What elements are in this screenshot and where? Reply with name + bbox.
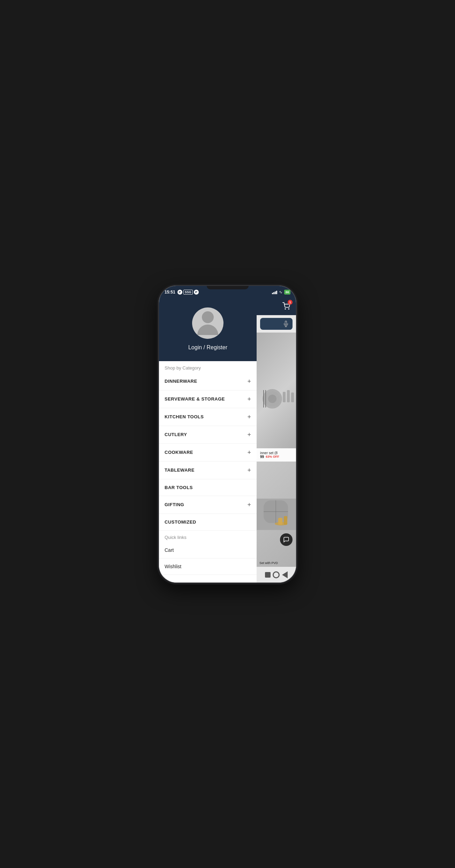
gifting-label: GIFTING [165, 502, 184, 507]
app-background: 1 [257, 297, 296, 583]
product-image-top [257, 345, 296, 449]
svg-rect-17 [278, 518, 282, 525]
shop-by-category-label: Shop by Category [159, 361, 257, 373]
svg-rect-7 [283, 392, 286, 402]
product-price: 99 [260, 455, 264, 459]
tableware-label: TABLEWARE [165, 467, 195, 473]
svg-rect-8 [287, 390, 290, 402]
status-right: ∿ 66 [272, 290, 290, 295]
product-price-row: 99 63% OFF [260, 455, 293, 459]
bottom-navigation [257, 567, 296, 583]
phone-frame: 15:51 P SSG P ∿ 66 [159, 286, 296, 583]
svg-point-6 [268, 395, 276, 403]
svg-point-0 [285, 309, 286, 309]
expand-icon-gifting: + [247, 502, 251, 508]
wifi-icon: ∿ [279, 290, 282, 295]
sidebar-item-wishlist[interactable]: Wishlist [159, 558, 257, 575]
cart-badge: 1 [288, 300, 293, 305]
sidebar-item-customized[interactable]: CUSTOMIZED [159, 514, 257, 531]
avatar-shoulders [197, 325, 218, 335]
search-bar[interactable] [260, 318, 293, 330]
sidebar-item-dinnerware[interactable]: DINNERWARE + [159, 373, 257, 390]
expand-icon-cookware: + [247, 449, 251, 456]
signal-bar-3 [275, 291, 276, 294]
cutlery-label: CUTLERY [165, 432, 187, 437]
phone-screen: 15:51 P SSG P ∿ 66 [159, 286, 296, 583]
product-info-overlay-top: inner set (8 99 63% OFF [257, 448, 296, 462]
sidebar-item-bar-tools[interactable]: BAR TOOLS [159, 479, 257, 496]
cart-link-label: Cart [165, 547, 174, 553]
quick-links-label: Quick links [159, 531, 257, 542]
sidebar-item-kitchen-tools[interactable]: KITCHEN TOOLS + [159, 408, 257, 426]
nav-square-icon [265, 572, 271, 578]
p-icon-1: P [177, 290, 182, 295]
customized-label: CUSTOMIZED [165, 519, 196, 525]
signal-bar-4 [276, 291, 277, 294]
microphone-icon [283, 321, 289, 327]
p-icon-2: P [194, 290, 199, 295]
drawer: Login / Register Shop by Category DINNER… [159, 297, 257, 583]
svg-rect-9 [291, 393, 294, 402]
product-discount: 63% OFF [266, 455, 279, 458]
product-name-top: inner set (8 [260, 451, 293, 455]
cart-button[interactable]: 1 [280, 300, 293, 312]
status-left: 15:51 P SSG P [165, 290, 199, 295]
expand-icon-serveware: + [247, 396, 251, 402]
kitchen-tools-label: KITCHEN TOOLS [165, 414, 204, 419]
phone-notch [207, 286, 249, 289]
avatar-head [202, 311, 214, 323]
battery-icon: 66 [284, 290, 290, 295]
nav-recent-button[interactable] [281, 570, 289, 580]
expand-icon-kitchen-tools: + [247, 414, 251, 420]
product-card-top[interactable]: inner set (8 99 63% OFF [257, 333, 296, 462]
product-area: inner set (8 99 63% OFF [257, 333, 296, 567]
signal-bar-1 [272, 293, 273, 294]
svg-point-1 [288, 309, 289, 309]
dinnerware-label: DINNERWARE [165, 379, 197, 384]
expand-icon-tableware: + [247, 467, 251, 473]
avatar [192, 307, 223, 339]
expand-icon-cutlery: + [247, 432, 251, 438]
product-image-bottom [257, 462, 296, 567]
product-name-bottom: Set with PVD [259, 561, 293, 565]
sidebar-item-cart[interactable]: Cart [159, 542, 257, 558]
cookware-label: COOKWARE [165, 450, 193, 455]
app-header: 1 [257, 297, 296, 315]
nav-back-button[interactable] [264, 570, 272, 580]
nav-recent-icon [282, 571, 288, 578]
signal-bars-icon [272, 290, 277, 294]
product-card-bottom[interactable]: Set with PVD [257, 462, 296, 567]
main-content: Login / Register Shop by Category DINNER… [159, 297, 296, 583]
drawer-header: Login / Register [159, 297, 257, 361]
avatar-body [197, 311, 218, 335]
sidebar-item-gifting[interactable]: GIFTING + [159, 496, 257, 514]
sidebar-item-cookware[interactable]: COOKWARE + [159, 444, 257, 462]
nav-home-button[interactable] [272, 570, 280, 580]
signal-bar-2 [273, 292, 274, 294]
bar-tools-label: BAR TOOLS [165, 485, 193, 490]
svg-rect-18 [284, 516, 287, 525]
login-register-button[interactable]: Login / Register [188, 344, 227, 351]
sidebar-item-cutlery[interactable]: CUTLERY + [159, 426, 257, 444]
ssg-badge: SSG [183, 290, 193, 295]
chat-icon [283, 536, 289, 543]
nav-home-icon [273, 571, 280, 578]
wishlist-link-label: Wishlist [165, 564, 181, 569]
status-icons-left: P SSG P [177, 290, 199, 295]
expand-icon-dinnerware: + [247, 378, 251, 384]
status-time: 15:51 [165, 290, 175, 295]
sidebar-item-serveware[interactable]: SERVEWARE & STORAGE + [159, 390, 257, 408]
serveware-label: SERVEWARE & STORAGE [165, 396, 225, 402]
sidebar-item-tableware[interactable]: TABLEWARE + [159, 462, 257, 479]
